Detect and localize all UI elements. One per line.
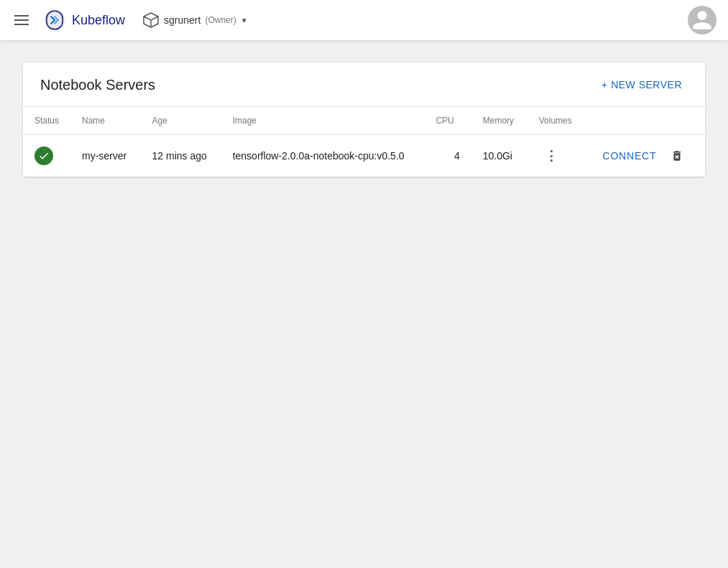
brand-name-label: Kubeflow xyxy=(72,13,125,28)
row-volumes-cell: ⋮ xyxy=(527,135,586,177)
col-age: Age xyxy=(141,107,221,135)
card-header: Notebook Servers + NEW SERVER xyxy=(23,63,705,107)
namespace-role: (Owner) xyxy=(205,15,236,25)
row-memory-cell: 10.0Gi xyxy=(471,135,527,177)
connect-button[interactable]: CONNECT xyxy=(596,146,662,166)
user-avatar[interactable] xyxy=(688,6,717,34)
row-status-cell xyxy=(23,135,70,177)
col-actions xyxy=(585,107,705,135)
new-server-button[interactable]: + NEW SERVER xyxy=(596,75,688,95)
trash-icon xyxy=(671,149,683,162)
table-row: my-server 12 mins ago tensorflow-2.0.0a-… xyxy=(23,135,705,177)
col-status: Status xyxy=(23,107,70,135)
col-name: Name xyxy=(70,107,141,135)
notebook-servers-card: Notebook Servers + NEW SERVER Status Nam… xyxy=(23,63,705,177)
col-cpu: CPU xyxy=(423,107,471,135)
row-cpu-cell: 4 xyxy=(423,135,471,177)
main-content: Notebook Servers + NEW SERVER Status Nam… xyxy=(0,40,728,568)
checkmark-icon xyxy=(38,150,50,162)
kubeflow-logo-icon xyxy=(43,9,66,32)
row-image-cell: tensorflow-2.0.0a-notebook-cpu:v0.5.0 xyxy=(221,135,423,177)
namespace-name: sgrunert xyxy=(164,14,201,26)
table-body: my-server 12 mins ago tensorflow-2.0.0a-… xyxy=(23,135,705,177)
page-title: Notebook Servers xyxy=(40,77,155,93)
row-actions-cell: CONNECT xyxy=(585,135,705,177)
delete-server-button[interactable] xyxy=(665,145,689,167)
avatar-icon xyxy=(691,9,714,32)
hamburger-menu-button[interactable] xyxy=(11,12,32,28)
namespace-dropdown-arrow: ▼ xyxy=(241,17,248,24)
col-image: Image xyxy=(221,107,423,135)
row-age-cell: 12 mins ago xyxy=(141,135,221,177)
table-header: Status Name Age Image CPU Memory Volumes xyxy=(23,107,705,135)
volumes-more-icon[interactable]: ⋮ xyxy=(539,145,564,167)
row-actions-group: CONNECT xyxy=(596,145,694,167)
col-memory: Memory xyxy=(471,107,527,135)
servers-table: Status Name Age Image CPU Memory Volumes xyxy=(23,107,705,177)
col-volumes: Volumes xyxy=(527,107,586,135)
namespace-icon xyxy=(142,11,160,29)
status-running-icon xyxy=(34,146,53,165)
namespace-selector[interactable]: sgrunert (Owner) ▼ xyxy=(137,9,254,32)
app-header: Kubeflow sgrunert (Owner) ▼ xyxy=(0,0,728,40)
brand-logo-area: Kubeflow xyxy=(43,9,125,32)
row-name-cell: my-server xyxy=(70,135,141,177)
header-left: Kubeflow sgrunert (Owner) ▼ xyxy=(11,9,254,32)
